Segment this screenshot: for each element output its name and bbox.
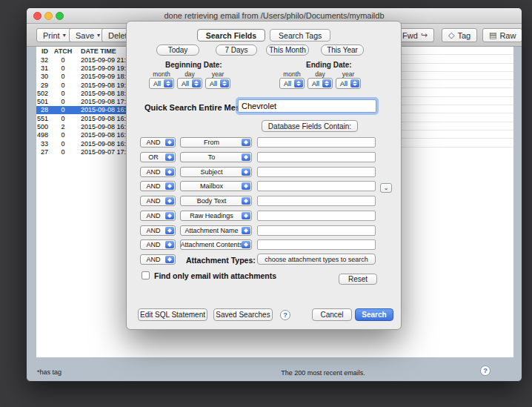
cell-atch: 0: [48, 64, 78, 72]
raw-button[interactable]: ▤ Raw: [482, 28, 522, 42]
this-month-button[interactable]: This Month: [266, 44, 309, 56]
popup-value: Body Text: [197, 197, 235, 205]
tag-icon: ◇: [448, 30, 454, 40]
seven-days-button[interactable]: 7 Days: [216, 44, 257, 56]
save-button-label: Save: [76, 31, 94, 40]
recent-emails-note: The 200 most recent emails.: [234, 369, 412, 377]
dialog-help-button[interactable]: ?: [280, 310, 290, 320]
cell-id: 30: [36, 73, 48, 80]
cell-date: 2015-09-08 18:: [78, 90, 126, 97]
popup-arrows-icon: [165, 256, 174, 263]
op-popup[interactable]: AND: [140, 239, 176, 250]
attachment-contents-input[interactable]: [257, 239, 376, 250]
cell-atch: 0: [48, 90, 78, 97]
begin-day-popup[interactable]: All: [177, 78, 202, 89]
op-popup[interactable]: AND: [140, 254, 176, 265]
edit-sql-button[interactable]: Edit SQL Statement: [138, 308, 207, 321]
field-popup-attachment-contents[interactable]: Attachment Contents: [180, 239, 252, 250]
op-popup[interactable]: AND: [140, 181, 176, 191]
print-button[interactable]: Print ▾: [36, 28, 73, 42]
cell-id: 498: [36, 131, 48, 139]
field-popup-raw-headings[interactable]: Raw Headings: [180, 211, 252, 221]
subject-input[interactable]: [257, 167, 376, 177]
quick-search-input[interactable]: [238, 99, 376, 113]
window-help-button[interactable]: ?: [480, 365, 491, 376]
cell-date: 2015-09-08 16:: [78, 123, 126, 130]
close-button[interactable]: [33, 12, 41, 20]
end-year-popup[interactable]: All: [336, 78, 361, 89]
field-popup-from[interactable]: From: [180, 137, 252, 148]
begin-year-label: year: [205, 70, 230, 78]
op-popup[interactable]: AND: [140, 211, 176, 221]
popup-arrows-icon: [192, 79, 201, 87]
cell-date: 2015-09-08 19:: [78, 82, 126, 89]
field-popup-to[interactable]: To: [180, 152, 252, 162]
column-header-id[interactable]: ID: [36, 47, 48, 55]
op-popup[interactable]: AND: [140, 196, 176, 206]
cell-date: 2015-09-08 16:: [78, 140, 126, 148]
tab-search-fields[interactable]: Search Fields: [197, 29, 265, 42]
end-day-popup[interactable]: All: [307, 78, 333, 89]
op-popup[interactable]: AND: [140, 167, 176, 177]
field-popup-mailbox[interactable]: Mailbox: [180, 181, 252, 191]
begin-year-popup[interactable]: All: [205, 78, 230, 89]
cell-atch: 0: [48, 106, 78, 113]
saved-searches-button[interactable]: Saved Searches: [213, 308, 273, 321]
cell-atch: 0: [48, 56, 78, 64]
body-text-input[interactable]: [257, 196, 376, 206]
column-header-date[interactable]: DATE TIME: [78, 47, 116, 55]
zoom-button[interactable]: [56, 12, 64, 20]
from-input[interactable]: [257, 137, 376, 148]
to-input[interactable]: [257, 152, 376, 162]
raw-headings-input[interactable]: [257, 211, 376, 221]
op-popup[interactable]: OR: [140, 152, 176, 162]
popup-arrows-icon: [294, 79, 303, 87]
cell-date: 2015-09-09 21:: [78, 56, 126, 64]
begin-day-label: day: [177, 70, 202, 78]
attachments-only-checkbox[interactable]: [142, 271, 150, 279]
cell-id: 33: [36, 140, 48, 148]
beginning-date-label: Beginning Date:: [165, 61, 222, 69]
cell-atch: 0: [48, 115, 78, 122]
database-fields-label: Database Fields Contain:: [262, 120, 358, 132]
op-popup[interactable]: AND: [140, 137, 176, 148]
end-month-popup[interactable]: All: [279, 78, 305, 89]
popup-value: OR: [148, 153, 167, 161]
search-button[interactable]: Search: [355, 308, 393, 321]
begin-month-popup[interactable]: All: [149, 78, 174, 89]
cancel-button[interactable]: Cancel: [312, 308, 352, 321]
mailbox-input[interactable]: [257, 181, 376, 191]
popup-arrows-icon: [242, 212, 250, 219]
attachment-name-input[interactable]: [257, 225, 376, 236]
mailbox-list-popup-button[interactable]: ⌄: [380, 183, 392, 193]
field-popup-attachment-name[interactable]: Attachment Name: [180, 225, 252, 236]
cell-id: 502: [36, 90, 48, 97]
tag-button[interactable]: ◇ Tag: [442, 28, 477, 42]
cell-date: 2015-09-08 16:: [78, 131, 126, 139]
cell-date: 2015-09-08 17:: [78, 98, 126, 105]
cell-atch: 0: [48, 73, 78, 80]
popup-arrows-icon: [165, 182, 174, 190]
reset-button[interactable]: Reset: [339, 274, 377, 285]
popup-arrows-icon: [350, 79, 359, 87]
op-popup[interactable]: AND: [140, 225, 176, 236]
field-popup-body-text[interactable]: Body Text: [180, 196, 252, 206]
popup-arrows-icon: [242, 153, 250, 161]
end-year-label: year: [336, 70, 361, 78]
attachment-types-label: Attachment Types:: [186, 256, 256, 265]
minimize-button[interactable]: [44, 12, 53, 20]
popup-arrows-icon: [242, 168, 250, 176]
print-button-label: Print: [43, 31, 60, 40]
cell-id: 28: [36, 106, 48, 113]
cell-atch: 0: [48, 98, 78, 105]
cell-date: 2015-09-08 16:: [78, 106, 126, 113]
field-popup-subject[interactable]: Subject: [180, 167, 252, 177]
tab-search-tags[interactable]: Search Tags: [270, 29, 330, 42]
column-header-atch[interactable]: ATCH: [48, 47, 78, 55]
today-button[interactable]: Today: [156, 44, 199, 56]
choose-attachment-types-button[interactable]: choose attachment types to search: [257, 254, 376, 265]
popup-arrows-icon: [242, 197, 250, 205]
popup-arrows-icon: [242, 182, 250, 190]
this-year-button[interactable]: This Year: [321, 44, 364, 56]
ending-date-label: Ending Date:: [306, 61, 352, 69]
